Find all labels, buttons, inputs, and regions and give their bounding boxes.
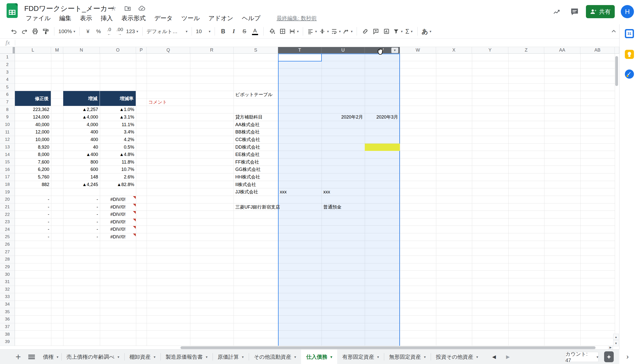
filter-button[interactable]: ▾ (392, 26, 404, 37)
sheet-tab-3[interactable]: 棚卸資産▾ (124, 350, 161, 364)
sheet-tab-6[interactable]: その他流動資産▾ (249, 350, 301, 364)
account-type[interactable]: 普通預金 (322, 203, 343, 211)
redo-button[interactable] (19, 26, 30, 37)
menu-8[interactable]: アドオン (209, 14, 233, 22)
calendar-icon[interactable]: 31 (625, 29, 634, 38)
more-formats-button[interactable]: 123▾ (125, 26, 139, 37)
company-cell-S13[interactable]: DD株式会社 (234, 144, 262, 151)
company-cell-S16[interactable]: GG株式会社 (234, 166, 262, 173)
cell-L12[interactable]: 10,000 (15, 136, 51, 144)
row-header-20[interactable]: 20 (0, 196, 15, 203)
insert-chart-button[interactable] (381, 26, 392, 37)
undo-button[interactable] (9, 26, 19, 37)
merge-cells-button[interactable]: ▾ (288, 26, 300, 37)
fill-color-button[interactable] (267, 26, 277, 37)
cell-O12[interactable]: 4.2% (100, 136, 136, 144)
cloud-status-icon[interactable] (138, 5, 146, 12)
row-header-36[interactable]: 36 (0, 316, 15, 323)
column-header-M[interactable]: M (51, 47, 63, 54)
cell-N17[interactable]: 148 (63, 173, 100, 181)
cell-O10[interactable]: 11.1% (100, 121, 136, 129)
cell-L17[interactable]: 5,760 (15, 173, 51, 181)
column-header-X[interactable]: X (436, 47, 472, 54)
sheet-tab-1[interactable]: 債権▾ (40, 350, 61, 364)
sheets-logo[interactable] (7, 3, 18, 18)
cell-O25[interactable]: #DIV/0! (100, 233, 136, 241)
cell-N11[interactable]: 400 (63, 128, 100, 136)
table-header-O[interactable]: 増減率 (100, 91, 136, 106)
row-header-13[interactable]: 13 (0, 144, 15, 151)
add-sheet-button[interactable]: + (14, 352, 23, 361)
column-header-T[interactable]: T (278, 47, 322, 54)
row-header-8[interactable]: 8 (0, 106, 15, 113)
table-header-L[interactable]: 修正後 (15, 91, 51, 106)
column-header-AA[interactable]: AA (544, 47, 580, 54)
all-sheets-icon[interactable] (28, 355, 35, 359)
cell-L10[interactable]: 40,000 (15, 121, 51, 129)
cell-N22[interactable]: - (63, 211, 100, 218)
insert-comment-button[interactable] (371, 26, 381, 37)
insert-link-button[interactable] (360, 26, 371, 37)
sheet-tab-9[interactable]: 無形固定資産▾ (384, 350, 431, 364)
font-size-select[interactable]: 10▾ (195, 26, 212, 37)
sheet-tab-menu-caret[interactable]: ▾ (377, 355, 379, 359)
cell-N8[interactable]: ▲2,257 (63, 106, 100, 113)
sheet-tab-menu-caret[interactable]: ▾ (118, 355, 119, 359)
row-header-32[interactable]: 32 (0, 286, 15, 293)
cell-N21[interactable]: - (63, 203, 100, 211)
paint-format-button[interactable] (40, 26, 51, 37)
column-header-N[interactable]: N (63, 47, 100, 54)
cell-L13[interactable]: 8,920 (15, 144, 51, 151)
strikethrough-button[interactable]: S (239, 26, 250, 37)
menu-9[interactable]: ヘルプ (242, 14, 261, 22)
cell-L11[interactable]: 12,000 (15, 128, 51, 136)
row-header-23[interactable]: 23 (0, 218, 15, 226)
menu-7[interactable]: ツール (181, 14, 200, 22)
sheet-tab-menu-caret[interactable]: ▾ (154, 355, 155, 359)
cell-L20[interactable]: - (15, 196, 51, 203)
sheet-tab-7[interactable]: 仕入債務▾ (301, 350, 337, 364)
cell-O17[interactable]: 2.6% (100, 173, 136, 181)
cell-N12[interactable]: 400 (63, 136, 100, 144)
last-edit-link[interactable]: 最終編集: 数秒前 (277, 15, 317, 22)
company-cell-S12[interactable]: CC株式会社 (234, 136, 262, 144)
row-header-24[interactable]: 24 (0, 226, 15, 233)
cell-L9[interactable]: 124,000 (15, 113, 51, 121)
sheet-tab-menu-caret[interactable]: ▾ (294, 355, 296, 359)
column-header-AB[interactable]: AB (580, 47, 615, 54)
user-avatar[interactable]: H (621, 5, 634, 18)
row-header-7[interactable]: 7 (0, 99, 15, 106)
jj-value-2[interactable]: xxx (322, 188, 332, 196)
tab-scroll-left-icon[interactable]: ◀ (492, 354, 496, 360)
text-rotation-button[interactable]: A ▾ (342, 26, 354, 37)
tasks-icon[interactable]: ✓ (625, 69, 634, 79)
menu-3[interactable]: 表示 (80, 14, 92, 22)
zoom-select[interactable]: 100%▾ (57, 26, 76, 37)
sheet-tab-2[interactable]: 売上債権の年齢調べ▾ (61, 350, 124, 364)
column-header-W[interactable]: W (400, 47, 436, 54)
company-cell-S11[interactable]: BB株式会社 (234, 128, 261, 136)
table-header-N[interactable]: 増減 (63, 91, 100, 106)
selection-count-pill[interactable]: カウント: 47▾ (565, 352, 599, 362)
cell-N24[interactable]: - (63, 226, 100, 233)
column-header-S[interactable]: S (234, 47, 278, 54)
row-header-6[interactable]: 6 (0, 91, 15, 99)
bank-branch[interactable]: 三菱UFJ銀行新宿支店 (234, 203, 282, 211)
row-header-12[interactable]: 12 (0, 136, 15, 144)
share-button[interactable]: 共有 (586, 5, 615, 18)
sheet-tab-8[interactable]: 有形固定資産▾ (337, 350, 384, 364)
credit-subaccount-header[interactable]: 貸方補助科目 (234, 113, 264, 121)
cell-L15[interactable]: 7,600 (15, 158, 51, 166)
row-header-1[interactable]: 1 (0, 54, 15, 61)
cell-N13[interactable]: 40 (63, 144, 100, 151)
decrease-decimal-button[interactable]: .0← (104, 26, 115, 37)
cell-L25[interactable]: - (15, 233, 51, 241)
column-header-O[interactable]: O (100, 47, 136, 54)
cell-O16[interactable]: 10.7% (100, 166, 136, 173)
cell-L24[interactable]: - (15, 226, 51, 233)
cell-L18[interactable]: 882 (15, 181, 51, 189)
row-header-15[interactable]: 15 (0, 158, 15, 166)
cell-L16[interactable]: 6,200 (15, 166, 51, 173)
company-cell-S19[interactable]: JJ株式会社 (234, 188, 260, 196)
sheet-tab-10[interactable]: 投資その他資産▾ (431, 350, 483, 364)
